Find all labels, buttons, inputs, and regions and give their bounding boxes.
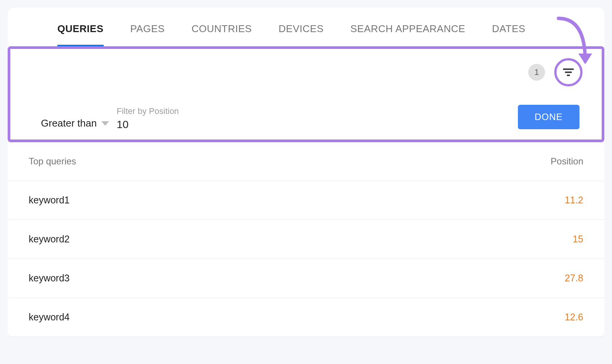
position-cell: 11.2 [565,195,583,206]
search-console-panel: QUERIES PAGES COUNTRIES DEVICES SEARCH A… [8,8,604,337]
filter-operator-label: Greater than [41,117,97,129]
tab-dates[interactable]: DATES [492,23,525,35]
tab-devices[interactable]: DEVICES [278,23,324,35]
table-row[interactable]: keyword1 11.2 [8,181,604,220]
filter-input-group: Filter by Position [117,106,510,132]
query-cell: keyword2 [29,234,70,245]
column-header-queries: Top queries [29,156,76,167]
tab-pages[interactable]: PAGES [130,23,165,35]
filter-section-highlight: 1 Greater than Filter by Position [8,46,604,142]
query-cell: keyword3 [29,273,70,284]
filter-value-input[interactable] [117,119,510,132]
tab-queries[interactable]: QUERIES [57,23,104,35]
position-cell: 12.6 [565,312,583,323]
filter-icon [563,68,574,76]
filter-operator-dropdown[interactable]: Greater than [41,117,109,132]
filter-field-label: Filter by Position [117,106,510,116]
query-cell: keyword1 [29,195,70,206]
table-row[interactable]: keyword3 27.8 [8,259,604,298]
table-row[interactable]: keyword4 12.6 [8,298,604,337]
position-cell: 15 [573,234,583,245]
table-header: Top queries Position [8,142,604,181]
query-cell: keyword4 [29,312,70,323]
filter-count-badge: 1 [528,64,545,81]
filter-controls-row: Greater than Filter by Position DONE [10,89,602,140]
chevron-down-icon [101,121,109,126]
done-button[interactable]: DONE [518,105,579,129]
table-row[interactable]: keyword2 15 [8,220,604,259]
filter-icon-button[interactable] [554,58,583,86]
tabs-bar: QUERIES PAGES COUNTRIES DEVICES SEARCH A… [8,11,604,46]
position-cell: 27.8 [565,273,583,284]
table-body: keyword1 11.2 keyword2 15 keyword3 27.8 … [8,181,604,337]
column-header-position: Position [551,156,583,167]
tab-search-appearance[interactable]: SEARCH APPEARANCE [350,23,465,35]
filter-toolbar: 1 [10,49,602,89]
tab-countries[interactable]: COUNTRIES [192,23,252,35]
